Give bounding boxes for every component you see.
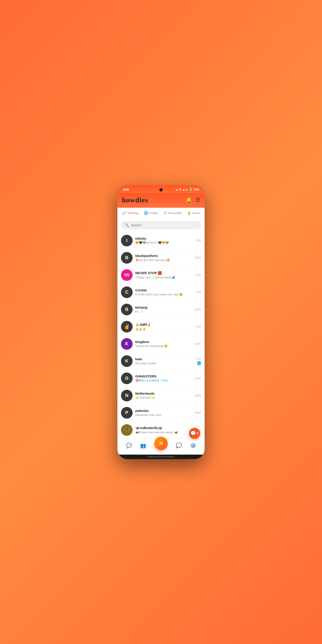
chat-meta: 13/25 <box>194 256 201 260</box>
search-icon: 🔍 <box>124 223 129 227</box>
chat-meta: 3/25 🛡 <box>196 357 201 365</box>
wifi-icon: ▲ <box>176 188 178 191</box>
chat-preview: 🦋Smiles that melt the hearts 🦋 <box>135 431 197 434</box>
chat-meta: 8/25 <box>196 239 201 242</box>
list-item[interactable]: K kate let's play cricket 3/25 🛡 <box>118 353 204 370</box>
avatar: P <box>121 407 132 418</box>
chat-count: 9/25 <box>196 274 201 276</box>
chat-info: infinity 🧡🖤💚INFINITY🖤🧡💚 <box>135 236 193 244</box>
chat-meta: 16/25 <box>194 394 201 397</box>
chat-nav-icon: 💬 <box>126 443 132 448</box>
people-nav-icon: 👥 <box>140 443 146 448</box>
list-item[interactable]: ✌ ✌Ω$ℍ✌ ✌🙏✌ 6/25 <box>118 318 204 336</box>
chat-info: 🦋redbutterfly🦋 🦋Smiles that melt the hea… <box>135 426 197 434</box>
avatar: N <box>121 390 132 402</box>
chat-count: 15/25 <box>194 411 201 414</box>
chat-name: kate <box>135 357 193 361</box>
chat-count: 16/25 <box>194 394 201 397</box>
chat-meta: 9/25 <box>196 274 201 276</box>
chat-info: NEVER STOP 🟥 🤍stay cool ✨and be pretty🧳 <box>135 271 193 279</box>
chat-name: NEVER STOP 🟥 <box>135 271 193 275</box>
chat-info: ✌Ω$ℍ✌ ✌🙏✌ <box>135 323 193 331</box>
nav-settings[interactable]: ⚙️ <box>190 443 196 448</box>
chat-preview: ⭐CRICKET⭐ <box>135 396 192 399</box>
avatar: NS <box>121 269 132 281</box>
chat-count: 5/25 <box>196 291 201 294</box>
global-icon: 🌐 <box>144 211 148 215</box>
search-container: 🔍 <box>118 218 204 232</box>
chat-info: pakistan friendship chat room <box>135 409 192 416</box>
list-item[interactable]: K kingdom Thanks for everything 🙂 16/25 <box>118 336 204 353</box>
list-item[interactable]: G GANGSTERS 💝WELCOMES YOU 13/25 <box>118 370 204 387</box>
chat-name: Cricket <box>135 288 193 292</box>
chat-meta: 15/25 <box>194 411 201 414</box>
chat-name: ✌Ω$ℍ✌ <box>135 323 193 327</box>
chat-meta: 13/25 <box>194 377 201 380</box>
app-header: howdies 🔔 ☰ <box>118 193 204 208</box>
tab-global[interactable]: 🌐 Global <box>142 210 160 216</box>
search-box: 🔍 <box>121 221 201 230</box>
status-time: 3:50 <box>123 188 129 192</box>
chat-name: Netherlands <box>135 392 192 395</box>
search-input[interactable] <box>131 223 198 227</box>
tab-active-label: Active <box>192 211 200 215</box>
list-item[interactable]: N Netherlands ⭐CRICKET⭐ 16/25 <box>118 387 204 404</box>
chat-count: 16/25 <box>194 342 201 346</box>
trending-icon: 📈 <box>122 211 126 215</box>
center-nav-label: H <box>159 441 163 446</box>
list-item[interactable]: I infinity 🧡🖤💚INFINITY🖤🧡💚 8/25 <box>118 232 204 249</box>
chat-preview: Thanks for everything 🙂 <box>135 344 192 348</box>
list-item[interactable]: NS NEVER STOP 🟥 🤍stay cool ✨and be prett… <box>118 266 204 284</box>
home-bar <box>148 456 174 457</box>
signal-bars: ▲▲ <box>182 188 188 191</box>
chat-name: pakistan <box>135 409 192 412</box>
tab-trending[interactable]: 📈 Trending <box>120 210 140 216</box>
battery-icon: 🔋 <box>189 188 192 191</box>
messages-nav-icon: 💭 <box>176 443 182 448</box>
chat-name: kingdom <box>135 340 192 344</box>
avatar: K <box>121 338 132 350</box>
chat-count: 6/25 <box>196 325 201 328</box>
chat-info: kingdom Thanks for everything 🙂 <box>135 340 192 348</box>
chat-name: bintang <box>135 306 192 309</box>
fab-button[interactable]: 💬+ <box>189 428 200 439</box>
avatar: ✌ <box>121 321 132 332</box>
chat-info: Cricket A smile which can make your day … <box>135 288 193 296</box>
chat-preview: 💝WELCOMES YOU <box>135 379 192 382</box>
chat-meta: 16/25 <box>194 342 201 346</box>
status-icons: ▲ R ▲▲ 🔋 70% <box>176 188 199 191</box>
menu-icon[interactable]: ☰ <box>196 197 200 203</box>
nav-messages[interactable]: 💭 <box>176 443 182 448</box>
chat-info: kate let's play cricket <box>135 357 193 365</box>
tab-favourites[interactable]: 🤍 Favourites <box>161 210 184 216</box>
fab-icon: 💬+ <box>190 430 199 436</box>
chat-info: Netherlands ⭐CRICKET⭐ <box>135 392 192 399</box>
tab-active[interactable]: 💡 Active <box>185 210 202 216</box>
bottom-nav: 💬 👥 H 💭 ⚙️ <box>118 439 204 454</box>
chat-preview: ✌🙏✌ <box>135 327 193 331</box>
chat-preview: 🧡🖤💚INFINITY🖤🧡💚 <box>135 241 193 244</box>
settings-nav-icon: ⚙️ <box>190 443 196 448</box>
nav-people[interactable]: 👥 <box>140 443 146 448</box>
nav-center-button[interactable]: H <box>154 437 168 450</box>
list-item[interactable]: C Cricket A smile which can make your da… <box>118 284 204 301</box>
header-actions: 🔔 ☰ <box>186 197 200 203</box>
chat-meta: 6/25 <box>196 325 201 328</box>
app-logo: howdies <box>122 196 148 204</box>
chat-name: infinity <box>135 236 193 240</box>
chat-count: 5 <box>200 428 201 432</box>
avatar: 🦋 <box>121 424 132 436</box>
list-item[interactable]: B blackpanthers 🔥ωe ąɾe ƚhe ωąɾɾισɾʂ🔥 13… <box>118 249 204 266</box>
chat-preview: friendship chat room <box>135 413 192 416</box>
tab-bar: 📈 Trending 🌐 Global 🤍 Favourites 💡 Activ… <box>118 208 204 218</box>
chat-meta: 5 <box>200 428 201 432</box>
avatar: G <box>121 372 132 384</box>
chat-name: GANGSTERS <box>135 374 192 378</box>
list-item[interactable]: P pakistan friendship chat room 15/25 <box>118 404 204 422</box>
nav-chat[interactable]: 💬 <box>126 443 132 448</box>
chat-preview: let's play cricket <box>135 362 193 365</box>
active-icon: 💡 <box>187 211 192 215</box>
avatar: C <box>121 286 132 298</box>
notification-icon[interactable]: 🔔 <box>186 197 192 203</box>
list-item[interactable]: B bintang Hi....!! 13/25 <box>118 301 204 318</box>
